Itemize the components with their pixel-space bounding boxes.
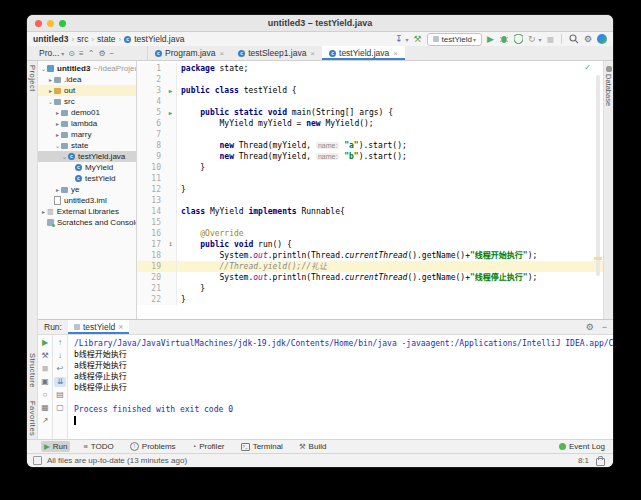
scroll-to-end-button[interactable]: ⇊ xyxy=(54,377,66,387)
code-line-17[interactable]: 17↥ public void run() { xyxy=(137,239,603,250)
tab-close-icon[interactable]: × xyxy=(393,49,398,58)
tree-chevron-icon[interactable]: ▸ xyxy=(47,87,54,94)
toolwindow-button-todo[interactable]: ≡TODO xyxy=(80,441,116,452)
event-log-button[interactable]: Event Log xyxy=(559,442,605,451)
tree-chevron-icon[interactable]: ⌄ xyxy=(54,142,61,149)
tree-chevron-icon[interactable]: ▸ xyxy=(40,208,47,215)
locate-file-icon[interactable]: ⊙ xyxy=(68,49,75,58)
collapse-all-icon[interactable]: ⌃ xyxy=(88,49,95,58)
editor-scrollbar[interactable] xyxy=(596,75,600,276)
profiler-caret-icon[interactable]: ▾ xyxy=(538,36,541,43)
code-line-6[interactable]: 6 MyYield myYield = new MyYield(); xyxy=(137,118,603,129)
thread-dump-button[interactable]: ▣ xyxy=(39,377,51,387)
code-line-11[interactable]: 11 xyxy=(137,173,603,184)
clear-all-button[interactable]: ▢ xyxy=(54,403,66,413)
tool-stripe-database[interactable]: Database xyxy=(604,66,613,106)
down-stacktrace-button[interactable]: ↓ xyxy=(54,351,66,361)
tree-item-ye[interactable]: ▸ye xyxy=(38,184,136,195)
up-stacktrace-button[interactable]: ↑ xyxy=(54,338,66,348)
lock-icon[interactable] xyxy=(596,458,605,466)
code-editor[interactable]: 1package state;2 3▶public class testYiel… xyxy=(137,61,603,319)
tree-item-untitled3[interactable]: ⌄untitled3~/IdeaProjects/un xyxy=(38,63,136,74)
code-line-20[interactable]: 20 System.out.println(Thread.currentThre… xyxy=(137,272,603,283)
toolwindow-button-run[interactable]: ▶Run xyxy=(41,441,70,452)
tree-chevron-icon[interactable]: ▸ xyxy=(47,76,54,83)
gc-button[interactable]: ○ xyxy=(39,390,51,400)
tree-item-Scratches-and-Consoles[interactable]: Scratches and Consoles xyxy=(38,217,136,228)
vcs-update-icon[interactable]: ↧ xyxy=(395,33,403,45)
coverage-shield-icon[interactable] xyxy=(514,34,523,44)
build-hammer-icon[interactable]: ⚒ xyxy=(413,33,421,45)
code-line-18[interactable]: 18 System.out.println(Thread.currentThre… xyxy=(137,250,603,261)
code-line-16[interactable]: 16 @Override xyxy=(137,228,603,239)
breadcrumb-item-untitled3[interactable]: untitled3 xyxy=(33,34,68,44)
tool-stripe-favorites[interactable]: Favorites xyxy=(27,401,37,436)
code-line-1[interactable]: 1package state; xyxy=(137,63,603,74)
tree-item-testYield[interactable]: ctestYield xyxy=(38,173,136,184)
stop-button[interactable]: ◼ xyxy=(39,364,51,374)
code-line-12[interactable]: 12} xyxy=(137,184,603,195)
code-line-19[interactable]: 19 //Thread.yield();//礼让 xyxy=(137,261,603,272)
minimize-window-button[interactable] xyxy=(47,20,54,27)
tree-item-External-Libraries[interactable]: ▸▥External Libraries xyxy=(38,206,136,217)
pin-button[interactable]: ↗ xyxy=(39,416,51,426)
tab-testSleep1.java[interactable]: ctestSleep1.java× xyxy=(231,46,322,60)
breadcrumb-item-testYield.java[interactable]: testYield.java xyxy=(134,34,184,44)
toolwindow-button-problems[interactable]: !Problems xyxy=(127,441,179,452)
settings-gear-icon[interactable]: ⚙ xyxy=(584,33,592,45)
run-panel-gear-icon[interactable]: ⚙ xyxy=(586,322,594,332)
run-line-icon[interactable]: ▶ xyxy=(165,107,177,118)
tree-chevron-icon[interactable]: ⌄ xyxy=(61,153,68,160)
breadcrumb-item-src[interactable]: src xyxy=(77,34,88,44)
tree-item-state[interactable]: ⌄state xyxy=(38,140,136,151)
hide-panel-icon[interactable]: − xyxy=(110,49,115,58)
tool-stripe-project[interactable]: Project xyxy=(27,65,37,92)
vcs-caret-icon[interactable]: ▾ xyxy=(405,36,408,43)
project-view-select[interactable]: Pro... xyxy=(39,48,59,58)
code-line-4[interactable]: 4 xyxy=(137,96,603,107)
project-settings-gear-icon[interactable]: ⚙ xyxy=(98,49,105,58)
breadcrumb-item-state[interactable]: state xyxy=(97,34,115,44)
close-window-button[interactable] xyxy=(35,20,42,27)
tool-stripe-structure[interactable]: Structure xyxy=(27,353,37,388)
run-button[interactable]: ▶ xyxy=(487,33,494,45)
code-line-10[interactable]: 10 } xyxy=(137,162,603,173)
tree-item-demo01[interactable]: ▸demo01 xyxy=(38,107,136,118)
restore-layout-button[interactable]: ▦ xyxy=(39,403,51,413)
run-tab-close-icon[interactable]: × xyxy=(118,322,123,332)
zoom-window-button[interactable] xyxy=(59,20,66,27)
tab-close-icon[interactable]: × xyxy=(310,49,315,58)
edit-configuration-button[interactable]: ⚒ xyxy=(39,351,51,361)
tree-item-marry[interactable]: ▸marry xyxy=(38,129,136,140)
override-marker-icon[interactable]: ↥ xyxy=(165,239,177,250)
tree-item-MyYield[interactable]: cMyYield xyxy=(38,162,136,173)
code-line-8[interactable]: 8 new Thread(myYield, name: "a").start()… xyxy=(137,140,603,151)
tree-chevron-icon[interactable]: ▸ xyxy=(54,186,61,193)
console-output[interactable]: /Library/Java/JavaVirtualMachines/jdk-19… xyxy=(68,335,613,439)
tree-chevron-icon[interactable]: ▸ xyxy=(54,120,61,127)
code-line-3[interactable]: 3▶public class testYield { xyxy=(137,85,603,96)
search-everywhere-icon[interactable] xyxy=(569,34,579,44)
tree-item-testYield-java[interactable]: ⌄ctestYield.java xyxy=(38,151,136,162)
tab-testYield.java[interactable]: ctestYield.java× xyxy=(322,46,405,60)
code-line-15[interactable]: 15 xyxy=(137,217,603,228)
tree-item-src[interactable]: ⌄src xyxy=(38,96,136,107)
code-line-7[interactable]: 7 xyxy=(137,129,603,140)
tab-Program.java[interactable]: cProgram.java× xyxy=(148,46,231,60)
code-line-13[interactable]: 13 xyxy=(137,195,603,206)
tree-item--idea[interactable]: ▸.idea xyxy=(38,74,136,85)
run-tab[interactable]: testYield × xyxy=(68,320,129,334)
background-tasks-icon[interactable] xyxy=(33,456,42,465)
profiler-icon[interactable]: ↻ xyxy=(528,33,536,45)
inspections-ok-icon[interactable]: ✓ xyxy=(584,63,591,72)
toolwindow-button-build[interactable]: ⚒Build xyxy=(296,441,330,452)
scroll-from-source-icon[interactable]: ≡ xyxy=(79,49,84,58)
toolwindow-button-profiler[interactable]: ◔Profiler xyxy=(189,441,228,452)
tree-item-out[interactable]: ▸out xyxy=(38,85,136,96)
soft-wrap-button[interactable]: ↩ xyxy=(54,364,66,374)
tree-chevron-icon[interactable]: ⌄ xyxy=(40,65,47,72)
code-line-9[interactable]: 9 new Thread(myYield, name: "b").start()… xyxy=(137,151,603,162)
error-stripe-mark[interactable] xyxy=(594,257,602,260)
tree-item-untitled3-iml[interactable]: untitled3.iml xyxy=(38,195,136,206)
caret-position[interactable]: 8:1 xyxy=(578,456,589,465)
